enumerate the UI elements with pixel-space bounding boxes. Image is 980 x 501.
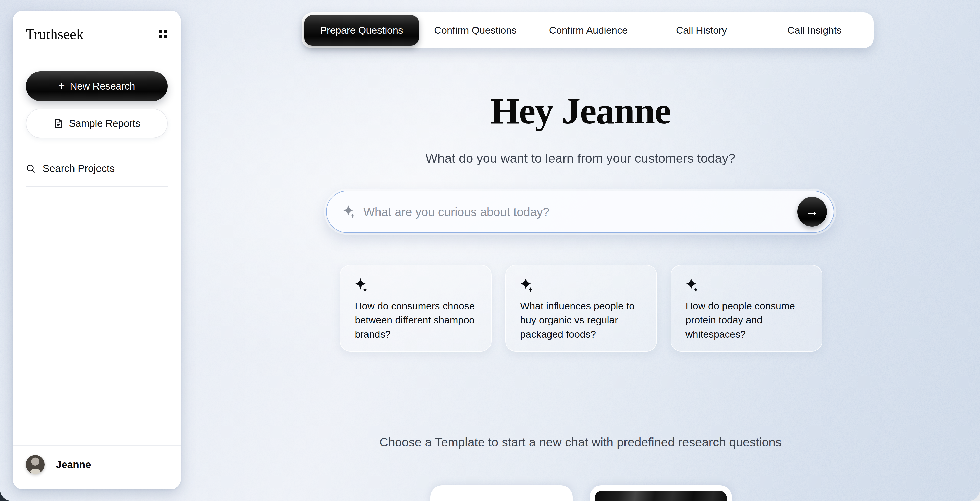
new-research-button[interactable]: + New Research bbox=[26, 71, 168, 101]
template-thumbnail-dark bbox=[595, 490, 727, 501]
main-content: Hey Jeanne What do you want to learn fro… bbox=[181, 0, 980, 501]
grid-menu-icon[interactable] bbox=[159, 30, 168, 39]
user-name: Jeanne bbox=[56, 459, 91, 470]
search-icon bbox=[26, 163, 36, 174]
section-divider bbox=[194, 391, 980, 391]
suggestion-card-organic-foods[interactable]: What influences people to buy organic vs… bbox=[505, 265, 657, 352]
new-research-label: New Research bbox=[70, 81, 135, 92]
submit-query-button[interactable]: → bbox=[797, 197, 827, 227]
plus-icon: + bbox=[58, 80, 65, 91]
search-projects-label: Search Projects bbox=[43, 163, 115, 174]
template-thumbnail-interview bbox=[435, 490, 568, 501]
app-logo: Truthseek bbox=[26, 27, 83, 41]
suggestion-text: What influences people to buy organic vs… bbox=[520, 299, 643, 341]
sample-reports-label: Sample Reports bbox=[69, 118, 140, 129]
sample-reports-button[interactable]: Sample Reports bbox=[26, 109, 168, 138]
template-section-title: Choose a Template to start a new chat wi… bbox=[181, 435, 980, 449]
document-icon bbox=[53, 118, 64, 129]
suggestion-card-protein[interactable]: How do people consume protein today and … bbox=[671, 265, 822, 352]
template-card-dark[interactable] bbox=[590, 485, 732, 501]
sparkle-icon bbox=[343, 205, 356, 218]
page-title: Hey Jeanne bbox=[181, 92, 980, 130]
suggestion-text: How do people consume protein today and … bbox=[686, 299, 808, 341]
arrow-right-icon: → bbox=[805, 203, 819, 219]
suggestion-text: How do consumers choose between differen… bbox=[355, 299, 478, 341]
suggestion-card-shampoo[interactable]: How do consumers choose between differen… bbox=[340, 265, 492, 352]
sidebar: Truthseek + New Research bbox=[13, 11, 181, 489]
page-subtitle: What do you want to learn from your cust… bbox=[181, 151, 980, 166]
search-projects[interactable]: Search Projects bbox=[26, 163, 168, 174]
avatar bbox=[26, 455, 45, 474]
template-card-interview[interactable] bbox=[430, 485, 573, 501]
user-row[interactable]: Jeanne bbox=[26, 455, 168, 474]
sparkle-icon bbox=[686, 278, 700, 292]
sidebar-user-section: Jeanne bbox=[13, 446, 181, 489]
query-input[interactable] bbox=[363, 205, 790, 219]
query-input-bar: → bbox=[326, 190, 834, 233]
sidebar-divider bbox=[26, 187, 168, 187]
app-surface: Truthseek + New Research bbox=[0, 0, 980, 501]
suggestion-cards: How do consumers choose between differen… bbox=[340, 265, 822, 352]
sparkle-icon bbox=[355, 278, 369, 292]
sparkle-icon bbox=[520, 278, 535, 292]
